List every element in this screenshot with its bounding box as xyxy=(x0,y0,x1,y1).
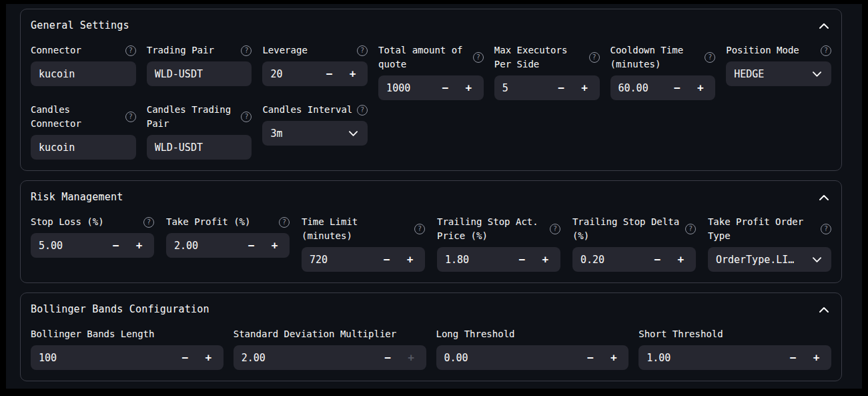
number-input[interactable] xyxy=(262,61,318,86)
text-input-wrapper xyxy=(31,135,136,160)
help-icon[interactable]: ? xyxy=(821,224,831,234)
select[interactable]: HEDGE xyxy=(726,61,831,86)
increment-button[interactable]: + xyxy=(669,247,693,272)
field-label-row: Short Threshold xyxy=(638,327,831,341)
increment-button[interactable]: + xyxy=(457,75,480,100)
field-label-row: Candles Connector? xyxy=(31,103,136,131)
help-icon[interactable]: ? xyxy=(473,52,484,63)
help-icon[interactable]: ? xyxy=(357,45,368,56)
help-icon[interactable]: ? xyxy=(414,224,425,234)
section-header: Risk Management xyxy=(31,192,831,203)
field: Cooldown Time (minutes)?−+ xyxy=(610,43,716,100)
field-label: Total amount of quote xyxy=(378,43,462,71)
select[interactable]: OrderType.LI… xyxy=(708,247,831,272)
text-input[interactable] xyxy=(31,61,136,86)
help-icon[interactable]: ? xyxy=(357,105,368,116)
field-label: Take Profit Order Type xyxy=(708,215,803,243)
increment-button[interactable]: + xyxy=(805,345,828,370)
chevron-up-icon xyxy=(819,307,829,313)
field-label-row: Long Threshold xyxy=(436,327,629,341)
collapse-section-button[interactable] xyxy=(817,194,831,202)
increment-button[interactable]: + xyxy=(534,247,557,272)
decrement-button[interactable]: − xyxy=(173,345,197,370)
increment-button[interactable]: + xyxy=(127,233,151,258)
decrement-button[interactable]: − xyxy=(434,75,457,100)
field: Max Executors Per Side?−+ xyxy=(494,43,600,100)
text-input[interactable] xyxy=(31,135,136,160)
select-value: OrderType.LI… xyxy=(716,254,794,266)
number-input[interactable] xyxy=(638,345,781,370)
number-input[interactable] xyxy=(378,75,434,100)
field: Connector? xyxy=(31,43,136,86)
select-value: HEDGE xyxy=(734,68,764,80)
number-input[interactable] xyxy=(572,247,646,272)
number-input[interactable] xyxy=(437,247,510,272)
help-icon[interactable]: ? xyxy=(125,112,136,122)
text-input[interactable] xyxy=(147,135,252,160)
decrement-button[interactable]: − xyxy=(578,345,602,370)
text-input[interactable] xyxy=(147,61,252,86)
number-input-wrapper: −+ xyxy=(572,247,696,272)
text-input-wrapper xyxy=(31,61,136,86)
decrement-button[interactable]: − xyxy=(665,75,689,100)
decrement-button[interactable]: − xyxy=(550,75,573,100)
number-input[interactable] xyxy=(166,233,240,258)
help-icon[interactable]: ? xyxy=(821,45,831,56)
increment-button[interactable]: + xyxy=(341,61,364,86)
field: Short Threshold−+ xyxy=(638,327,831,370)
help-icon[interactable]: ? xyxy=(241,112,252,122)
chevron-down-glyph xyxy=(813,257,821,262)
field-label: Stop Loss (%) xyxy=(31,215,104,229)
field-label-row: Trading Pair? xyxy=(147,43,252,57)
increment-button[interactable]: + xyxy=(573,75,596,100)
number-input[interactable] xyxy=(436,345,579,370)
select[interactable]: 3m xyxy=(262,121,368,146)
field-label-row: Standard Deviation Multiplier xyxy=(234,327,426,341)
increment-button[interactable]: + xyxy=(689,75,712,100)
number-input-wrapper: −+ xyxy=(31,233,154,258)
number-input-wrapper: −+ xyxy=(638,345,831,370)
select-value: 3m xyxy=(270,128,282,140)
decrement-button[interactable]: − xyxy=(240,233,263,258)
decrement-button[interactable]: − xyxy=(104,233,127,258)
decrement-button[interactable]: − xyxy=(781,345,805,370)
collapse-section-button[interactable] xyxy=(817,22,831,30)
help-icon[interactable]: ? xyxy=(685,224,696,234)
number-input-wrapper: −+ xyxy=(610,75,716,100)
decrement-button[interactable]: − xyxy=(375,247,398,272)
help-icon[interactable]: ? xyxy=(125,45,136,56)
help-icon[interactable]: ? xyxy=(241,45,252,56)
number-input[interactable] xyxy=(610,75,666,100)
help-icon[interactable]: ? xyxy=(550,224,560,234)
field: Total amount of quote?−+ xyxy=(378,43,484,100)
increment-button[interactable]: + xyxy=(398,247,422,272)
number-input[interactable] xyxy=(234,345,376,370)
field-label: Long Threshold xyxy=(436,327,515,341)
field-label: Leverage xyxy=(262,43,307,57)
decrement-button[interactable]: − xyxy=(318,61,341,86)
decrement-button[interactable]: − xyxy=(376,345,400,370)
field-label-row: Trailing Stop Delta (%)? xyxy=(572,215,696,243)
number-input[interactable] xyxy=(302,247,375,272)
help-icon[interactable]: ? xyxy=(705,52,715,63)
field: Take Profit (%)?−+ xyxy=(166,215,290,258)
field: Position Mode?HEDGE xyxy=(726,43,831,86)
number-input[interactable] xyxy=(31,345,173,370)
increment-button[interactable]: + xyxy=(602,345,625,370)
field: Candles Interval?3m xyxy=(262,103,368,146)
decrement-button[interactable]: − xyxy=(510,247,534,272)
field: Bollinger Bands Length−+ xyxy=(31,327,224,370)
chevron-up-icon xyxy=(819,195,829,200)
number-input-wrapper: −+ xyxy=(31,345,224,370)
field-label: Trading Pair xyxy=(147,43,214,57)
number-input[interactable] xyxy=(494,75,550,100)
number-input[interactable] xyxy=(31,233,104,258)
increment-button[interactable]: + xyxy=(197,345,220,370)
help-icon[interactable]: ? xyxy=(143,217,154,228)
increment-button[interactable]: + xyxy=(263,233,286,258)
field-label: Trailing Stop Delta (%) xyxy=(572,215,679,243)
help-icon[interactable]: ? xyxy=(279,217,290,228)
decrement-button[interactable]: − xyxy=(646,247,669,272)
help-icon[interactable]: ? xyxy=(589,52,600,63)
collapse-section-button[interactable] xyxy=(817,306,831,314)
